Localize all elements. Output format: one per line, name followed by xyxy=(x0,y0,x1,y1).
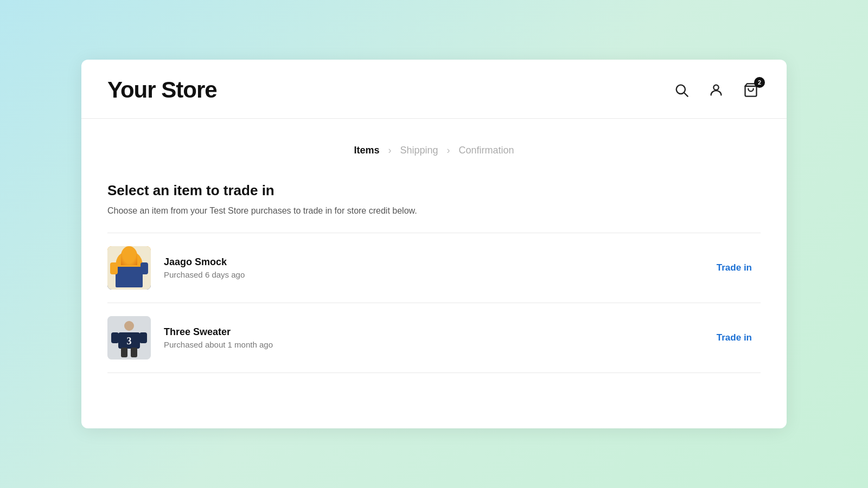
svg-point-6 xyxy=(124,248,135,259)
account-button[interactable] xyxy=(706,80,726,100)
svg-text:3: 3 xyxy=(127,336,132,346)
svg-rect-8 xyxy=(141,262,148,274)
item-date-sweater: Purchased about 1 month ago xyxy=(164,340,695,349)
svg-point-10 xyxy=(124,321,134,331)
item-image-jaago xyxy=(107,246,151,290)
chevron-2-icon: › xyxy=(447,145,450,156)
header: Your Store xyxy=(81,60,787,119)
svg-rect-15 xyxy=(121,348,127,357)
step-confirmation: Confirmation xyxy=(459,145,514,156)
item-name-sweater: Three Sweater xyxy=(164,326,695,338)
items-list: Jaago Smock Purchased 6 days ago Trade i… xyxy=(107,233,761,373)
user-icon xyxy=(709,82,724,98)
item-row: 3 Three Sweater Purchased about 1 month … xyxy=(107,303,761,373)
svg-rect-7 xyxy=(110,262,118,274)
svg-rect-5 xyxy=(116,267,143,287)
item-info-jaago: Jaago Smock Purchased 6 days ago xyxy=(164,256,695,279)
item-info-sweater: Three Sweater Purchased about 1 month ag… xyxy=(164,326,695,349)
chevron-1-icon: › xyxy=(388,145,391,156)
section-description: Choose an item from your Test Store purc… xyxy=(107,204,761,217)
cart-button[interactable]: 2 xyxy=(741,80,761,100)
item-row: Jaago Smock Purchased 6 days ago Trade i… xyxy=(107,233,761,303)
svg-line-1 xyxy=(684,93,687,96)
step-shipping: Shipping xyxy=(400,145,438,156)
header-icons: 2 xyxy=(672,80,761,100)
stepper: Items › Shipping › Confirmation xyxy=(107,145,761,156)
search-button[interactable] xyxy=(672,80,691,100)
trade-in-button-sweater[interactable]: Trade in xyxy=(708,328,761,348)
item-image-sweater: 3 xyxy=(107,316,151,359)
trade-in-button-jaago[interactable]: Trade in xyxy=(708,258,761,278)
step-items: Items xyxy=(354,145,379,156)
svg-rect-14 xyxy=(139,332,147,343)
three-sweater-image: 3 xyxy=(107,316,151,359)
item-date-jaago: Purchased 6 days ago xyxy=(164,270,695,279)
main-content: Items › Shipping › Confirmation Select a… xyxy=(81,119,787,428)
cart-badge: 2 xyxy=(754,77,765,88)
search-icon xyxy=(674,82,689,98)
svg-point-2 xyxy=(713,85,718,90)
svg-rect-13 xyxy=(111,332,119,343)
svg-rect-16 xyxy=(131,348,137,357)
item-name-jaago: Jaago Smock xyxy=(164,256,695,268)
store-title: Your Store xyxy=(107,77,217,103)
jaago-smock-image xyxy=(107,246,151,290)
store-card: Your Store xyxy=(81,60,787,428)
section-title: Select an item to trade in xyxy=(107,182,761,199)
